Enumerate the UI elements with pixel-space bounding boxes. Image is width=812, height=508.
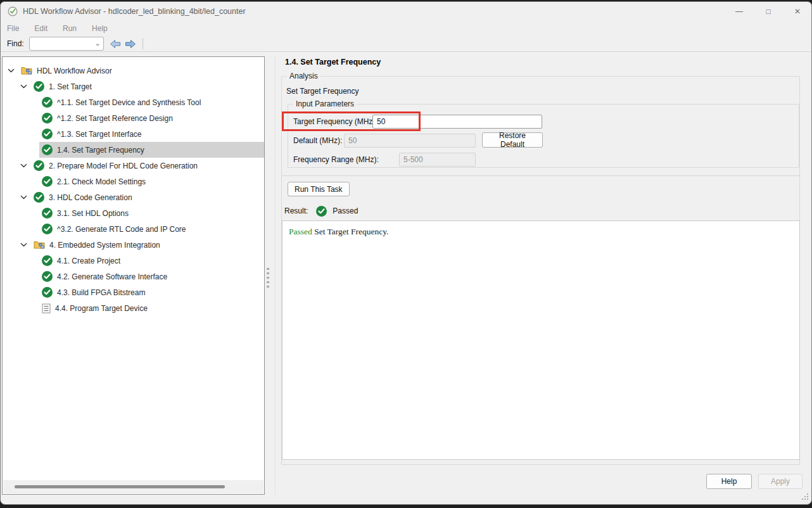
result-message-text: Set Target Frequency.	[314, 227, 388, 236]
find-next-icon[interactable]	[125, 39, 136, 49]
tree-item[interactable]: ^1.3. Set Target Interface	[3, 126, 264, 142]
frequency-range-label: Frequency Range (MHz):	[293, 155, 379, 164]
tree-item-label: 1. Set Target	[49, 82, 92, 91]
default-mhz-input	[344, 134, 476, 148]
tree-item-label: HDL Workflow Advisor	[37, 67, 112, 75]
tree-item[interactable]: 2. Prepare Model For HDL Code Generation	[3, 158, 264, 174]
tree-item[interactable]: 1. Set Target	[3, 79, 264, 94]
result-message-area: Passed Set Target Frequency.	[282, 220, 800, 460]
section-separator	[282, 175, 800, 176]
tree-item-label: 3.1. Set HDL Options	[57, 209, 129, 218]
resize-grip-icon[interactable]	[801, 493, 808, 500]
target-frequency-input[interactable]	[372, 115, 542, 129]
tree-item[interactable]: 2.1. Check Model Settings	[3, 174, 264, 189]
result-row: Result: Passed	[284, 205, 358, 217]
check-icon	[42, 144, 53, 155]
find-label: Find:	[7, 39, 24, 48]
tree-item[interactable]: ^1.2. Set Target Reference Design	[3, 110, 264, 126]
find-previous-icon[interactable]	[110, 39, 121, 49]
hdl-workflow-advisor-window: HDL Workflow Advisor - hdlcoder_led_blin…	[0, 0, 812, 508]
check-icon	[42, 255, 53, 266]
find-combobox[interactable]: ⌄	[29, 37, 104, 51]
check-icon	[34, 160, 44, 171]
check-icon	[42, 287, 53, 298]
tree-item[interactable]: 3. HDL Code Generation	[3, 189, 264, 205]
check-icon	[42, 208, 53, 219]
task-pane: 1.4. Set Target Frequency Analysis Set T…	[277, 55, 812, 498]
title-bar[interactable]: HDL Workflow Advisor - hdlcoder_led_blin…	[1, 2, 811, 21]
tree-item[interactable]: 4.1. Create Project	[3, 253, 264, 269]
analysis-group-label: Analysis	[287, 72, 320, 80]
default-mhz-label: Default (MHz):	[293, 136, 342, 145]
app-icon	[8, 6, 18, 16]
chevron-down-icon[interactable]	[19, 193, 29, 202]
check-icon	[34, 192, 44, 203]
horizontal-scrollbar-thumb[interactable]	[15, 485, 225, 488]
tree-item-label: 3. HDL Code Generation	[49, 193, 132, 202]
input-parameters-group-label: Input Parameters	[293, 99, 357, 108]
menu-edit[interactable]: Edit	[30, 24, 51, 33]
panel-splitter[interactable]	[265, 56, 277, 495]
help-button[interactable]: Help	[706, 474, 752, 489]
find-bar: Find: ⌄	[1, 36, 811, 52]
tree-item[interactable]: 1.4. Set Target Frequency	[3, 142, 264, 158]
check-icon	[34, 81, 44, 92]
check-icon	[42, 271, 53, 282]
passed-check-icon	[316, 206, 327, 217]
tree-item[interactable]: ^3.2. Generate RTL Code and IP Core	[3, 221, 264, 237]
tree-item-label: ^1.3. Set Target Interface	[57, 130, 142, 139]
result-label: Result:	[284, 206, 308, 215]
tree-item[interactable]: 4.3. Build FPGA Bitstream	[3, 284, 264, 300]
frequency-range-input	[399, 153, 476, 167]
tree-item-label: 4.2. Generate Software Interface	[57, 272, 167, 281]
tree-item-label: 4.4. Program Target Device	[55, 304, 148, 313]
folder-icon	[34, 240, 45, 250]
analysis-groupbox: Analysis Set Target Frequency Input Para…	[281, 76, 800, 465]
close-button[interactable]: ✕	[792, 7, 802, 16]
result-status: Passed	[333, 206, 358, 215]
tree-item-label: 2. Prepare Model For HDL Code Generation	[49, 162, 198, 170]
run-this-task-button[interactable]: Run This Task	[288, 182, 350, 196]
window-title: HDL Workflow Advisor - hdlcoder_led_blin…	[23, 7, 246, 16]
chevron-down-icon[interactable]: ⌄	[94, 39, 100, 48]
tree-item-label: 1.4. Set Target Frequency	[57, 146, 144, 155]
chevron-down-icon[interactable]	[19, 240, 29, 250]
apply-button: Apply	[758, 474, 802, 489]
check-icon	[42, 97, 53, 108]
input-parameters-groupbox: Input Parameters Target Frequency (MHz):…	[288, 104, 799, 168]
task-title: 1.4. Set Target Frequency	[285, 58, 381, 67]
window-frame: HDL Workflow Advisor - hdlcoder_led_blin…	[0, 1, 812, 505]
tree-item[interactable]: 4.4. Program Target Device	[3, 300, 264, 316]
chevron-down-icon[interactable]	[19, 161, 29, 170]
check-icon	[42, 176, 53, 187]
tree-item-label: ^1.2. Set Target Reference Design	[57, 114, 173, 123]
chevron-down-icon[interactable]	[6, 66, 16, 75]
menu-run[interactable]: Run	[59, 24, 80, 33]
maximize-button[interactable]: □	[763, 7, 773, 16]
document-icon	[42, 303, 51, 314]
tree-item[interactable]: 3.1. Set HDL Options	[3, 205, 264, 221]
result-message-status: Passed	[289, 227, 312, 236]
folder-icon	[21, 66, 32, 75]
target-frequency-label: Target Frequency (MHz):	[293, 117, 377, 126]
horizontal-scrollbar[interactable]	[3, 480, 263, 493]
tree-item-label: ^3.2. Generate RTL Code and IP Core	[57, 225, 186, 234]
menu-file[interactable]: File	[3, 24, 23, 33]
tree-item-label: 4.3. Build FPGA Bitstream	[57, 288, 145, 297]
check-icon	[42, 129, 53, 139]
tree-item-label: 4.1. Create Project	[57, 257, 120, 265]
restore-default-button[interactable]: Restore Default	[482, 132, 543, 148]
tree-item-label: ^1.1. Set Target Device and Synthesis To…	[57, 98, 201, 107]
menu-help[interactable]: Help	[88, 24, 111, 33]
tree-item[interactable]: HDL Workflow Advisor	[3, 63, 264, 79]
tree-item[interactable]: 4.2. Generate Software Interface	[3, 269, 264, 284]
find-input[interactable]	[32, 38, 93, 49]
workflow-tree-panel: HDL Workflow Advisor1. Set Target^1.1. S…	[2, 56, 265, 495]
tree-item[interactable]: ^1.1. Set Target Device and Synthesis To…	[3, 94, 264, 110]
check-icon	[42, 224, 53, 234]
tree-item-label: 2.1. Check Model Settings	[57, 177, 146, 186]
minimize-button[interactable]: —	[734, 7, 744, 16]
tree-item[interactable]: 4. Embedded System Integration	[3, 237, 264, 253]
check-icon	[42, 113, 53, 124]
chevron-down-icon[interactable]	[19, 82, 29, 91]
